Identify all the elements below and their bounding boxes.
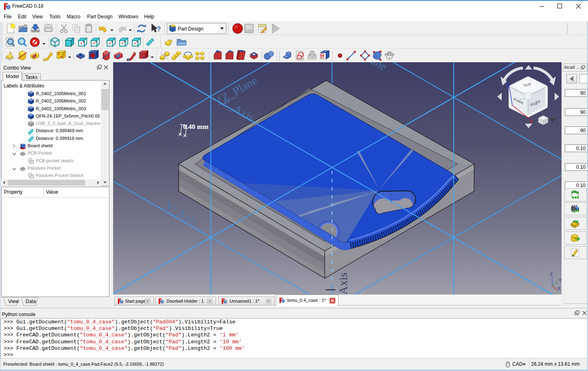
svg-text:View: View bbox=[8, 299, 19, 304]
svg-text:X_Axis: X_Axis bbox=[337, 273, 350, 295]
svg-text:Y: Y bbox=[559, 278, 562, 283]
svg-text:X: X bbox=[557, 286, 560, 291]
svg-text:Z: Z bbox=[550, 272, 553, 277]
svg-text:Data: Data bbox=[26, 299, 36, 304]
svg-text:?: ? bbox=[157, 25, 161, 33]
svg-text:Part Design: Part Design bbox=[178, 26, 203, 32]
svg-text:Z: Z bbox=[506, 82, 509, 87]
svg-text:X: X bbox=[529, 118, 533, 124]
svg-text:0.40 mm: 0.40 mm bbox=[183, 123, 208, 131]
